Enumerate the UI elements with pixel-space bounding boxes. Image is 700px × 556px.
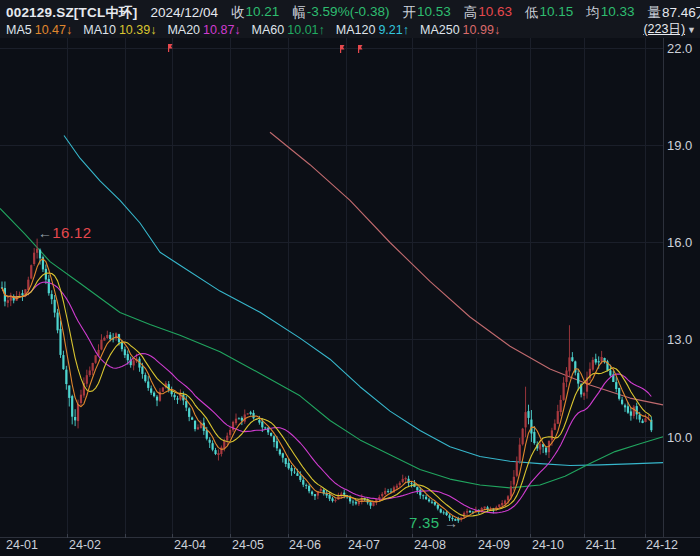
candle[interactable] — [229, 427, 231, 438]
chart-area[interactable]: 22.019.016.013.010.024-0124-0224-0424-05… — [0, 0, 700, 556]
candle[interactable] — [159, 388, 161, 402]
candle[interactable] — [185, 396, 187, 411]
candle[interactable] — [156, 395, 158, 406]
candle[interactable] — [595, 354, 597, 365]
candle[interactable] — [100, 334, 102, 350]
candle[interactable] — [522, 428, 524, 446]
candle[interactable] — [62, 351, 64, 370]
candle[interactable] — [621, 397, 623, 405]
candle[interactable] — [320, 487, 322, 493]
candle[interactable] — [293, 468, 295, 474]
candle[interactable] — [279, 449, 281, 456]
candle[interactable] — [381, 492, 383, 498]
candle[interactable] — [235, 414, 237, 426]
candle[interactable] — [162, 387, 164, 392]
candle[interactable] — [92, 363, 94, 376]
candle[interactable] — [369, 502, 371, 509]
candle[interactable] — [147, 376, 149, 391]
candle[interactable] — [431, 500, 433, 504]
candle[interactable] — [290, 465, 292, 476]
candle[interactable] — [21, 290, 23, 301]
candle[interactable] — [33, 248, 35, 266]
candle[interactable] — [422, 494, 424, 499]
candle[interactable] — [612, 371, 614, 382]
candle[interactable] — [577, 369, 579, 390]
candle[interactable] — [226, 433, 228, 446]
candle[interactable] — [548, 441, 550, 458]
candle[interactable] — [250, 411, 252, 416]
candle[interactable] — [557, 405, 559, 424]
candle[interactable] — [527, 405, 529, 425]
candle[interactable] — [56, 309, 58, 333]
candle[interactable] — [440, 508, 442, 513]
candle[interactable] — [71, 395, 73, 425]
candle[interactable] — [282, 453, 284, 463]
candle[interactable] — [524, 387, 526, 437]
candle[interactable] — [133, 359, 135, 371]
candle[interactable] — [217, 449, 219, 460]
candle[interactable] — [54, 295, 56, 317]
candle[interactable] — [323, 489, 325, 496]
kline-canvas[interactable]: 22.019.016.013.010.024-0124-0224-0424-05… — [0, 0, 700, 556]
candle[interactable] — [428, 498, 430, 503]
event-marker-icon[interactable] — [358, 45, 363, 53]
candle[interactable] — [519, 438, 521, 464]
candle[interactable] — [565, 367, 567, 387]
candle[interactable] — [402, 475, 404, 483]
candle[interactable] — [624, 404, 626, 412]
candle[interactable] — [574, 361, 576, 376]
candle[interactable] — [305, 484, 307, 490]
candle[interactable] — [232, 421, 234, 432]
event-marker-icon[interactable] — [340, 45, 345, 53]
candle[interactable] — [1, 282, 3, 290]
candle[interactable] — [68, 385, 70, 406]
candle[interactable] — [209, 437, 211, 448]
candle[interactable] — [252, 410, 254, 420]
candle[interactable] — [130, 357, 132, 368]
candle[interactable] — [384, 488, 386, 495]
candle[interactable] — [176, 396, 178, 404]
candle[interactable] — [197, 424, 199, 430]
candle[interactable] — [270, 432, 272, 436]
candle[interactable] — [405, 477, 407, 483]
candle[interactable] — [314, 494, 316, 500]
candle[interactable] — [51, 290, 53, 304]
candle[interactable] — [153, 391, 155, 397]
candle[interactable] — [48, 275, 50, 296]
candle[interactable] — [399, 481, 401, 487]
candle[interactable] — [583, 392, 585, 400]
candle[interactable] — [358, 499, 360, 506]
candle[interactable] — [563, 377, 565, 401]
candle[interactable] — [466, 509, 468, 516]
candle[interactable] — [42, 256, 44, 273]
candle[interactable] — [212, 440, 214, 451]
candle[interactable] — [267, 427, 269, 435]
candle[interactable] — [437, 504, 439, 510]
candle[interactable] — [106, 331, 108, 339]
candle[interactable] — [74, 409, 76, 426]
candle[interactable] — [571, 352, 573, 362]
candle[interactable] — [150, 386, 152, 395]
candle[interactable] — [589, 362, 591, 381]
candle[interactable] — [188, 407, 190, 421]
candle[interactable] — [416, 487, 418, 494]
candle[interactable] — [103, 336, 105, 340]
candle[interactable] — [630, 407, 632, 420]
candle[interactable] — [560, 395, 562, 416]
candle[interactable] — [10, 293, 12, 306]
candle[interactable] — [16, 291, 18, 301]
candle[interactable] — [554, 419, 556, 430]
candle[interactable] — [95, 355, 97, 364]
candle[interactable] — [592, 357, 594, 371]
candle[interactable] — [425, 495, 427, 500]
candle[interactable] — [138, 357, 140, 372]
candle[interactable] — [220, 446, 222, 457]
candle[interactable] — [650, 417, 652, 433]
candle[interactable] — [86, 370, 88, 387]
candle[interactable] — [247, 413, 249, 415]
candle[interactable] — [586, 372, 588, 399]
candle[interactable] — [191, 417, 193, 420]
candle[interactable] — [387, 489, 389, 493]
candle[interactable] — [30, 265, 32, 280]
candle[interactable] — [568, 325, 570, 377]
